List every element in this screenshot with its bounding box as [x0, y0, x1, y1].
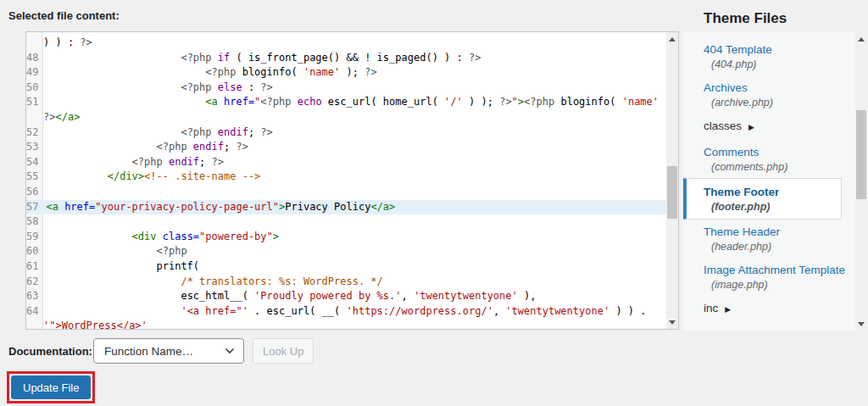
code-line: 53 <?php endif; ?>: [26, 140, 666, 155]
theme-file-label: Comments: [704, 145, 759, 160]
selected-file-content-label: Selected file content:: [8, 9, 120, 22]
editor-scrollbar[interactable]: [666, 32, 678, 329]
scroll-up-arrow[interactable]: [666, 33, 678, 45]
theme-file-item[interactable]: Image Attachment Template(image.php): [683, 258, 855, 296]
line-number: 50: [26, 81, 42, 96]
line-number: 49: [26, 65, 42, 81]
code-line: 55 </div><!-- .site-name -->: [26, 170, 666, 185]
theme-file-filename: (archive.php): [704, 96, 855, 109]
code-text: [42, 214, 666, 230]
theme-file-label: Image Attachment Template: [704, 263, 845, 278]
code-text: </div><!-- .site-name -->: [42, 170, 666, 185]
theme-file-item[interactable]: Comments(comments.php): [683, 140, 855, 178]
theme-file-item[interactable]: Theme Footer(footer.php): [683, 178, 842, 220]
theme-file-label: Archives: [704, 81, 748, 96]
code-text: esc_html__( 'Proudly powered by %s.', 't…: [42, 289, 666, 304]
code-line: 49 <?php bloginfo( 'name' ); ?>: [26, 65, 666, 81]
code-line: ?></a>: [26, 110, 666, 125]
code-text: <?php endif; ?>: [42, 125, 666, 141]
code-line: 56: [26, 185, 666, 200]
folder-expand-icon: ▶: [725, 305, 731, 314]
line-number: 48: [26, 51, 42, 66]
line-number: 51: [26, 95, 42, 110]
code-line: 57<a href="your-privacy-policy-page-url"…: [26, 200, 666, 215]
code-line: 60 <?php: [26, 244, 666, 259]
code-text: <a href="<?php echo esc_url( home_url( '…: [42, 95, 666, 110]
code-line: 54 <?php endif; ?>: [26, 155, 666, 170]
code-line: 50 <?php else : ?>: [26, 81, 666, 96]
scroll-up-arrow[interactable]: [855, 33, 867, 45]
code-text: <?php endif; ?>: [42, 140, 666, 155]
line-number: [26, 319, 40, 330]
code-editor[interactable]: ) ) : ?>48 <?php if ( is_front_page() &&…: [25, 31, 679, 330]
code-line: 48 <?php if ( is_front_page() && ! is_pa…: [26, 51, 666, 66]
line-number: 55: [26, 170, 42, 185]
theme-folder-item[interactable]: classes▶: [683, 114, 855, 140]
line-number: [26, 110, 40, 125]
theme-file-filename: (header.php): [704, 240, 855, 253]
code-text: <a href="your-privacy-policy-page-url">P…: [42, 200, 666, 215]
code-text: printf(: [42, 259, 666, 275]
code-text: <?php if ( is_front_page() && ! is_paged…: [42, 51, 666, 66]
documentation-label: Documentation:: [8, 345, 92, 358]
line-number: 52: [26, 125, 42, 141]
code-line: 52 <?php endif; ?>: [26, 125, 666, 141]
documentation-select[interactable]: Function Name…: [93, 338, 244, 364]
look-up-button[interactable]: Look Up: [253, 338, 314, 364]
code-line: 61 printf(: [26, 259, 666, 275]
line-number: 62: [26, 275, 42, 290]
theme-file-filename: (comments.php): [704, 160, 855, 174]
theme-file-filename: (image.php): [704, 278, 855, 292]
theme-file-label: 404 Template: [704, 42, 772, 58]
line-number: [26, 36, 40, 51]
theme-file-label: Theme Footer: [704, 185, 779, 200]
sidebar-scrollbar-thumb[interactable]: [856, 110, 866, 199]
code-lines-container[interactable]: ) ) : ?>48 <?php if ( is_front_page() &&…: [26, 36, 666, 330]
theme-files-list: 404 Template(404.php)Archives(archive.ph…: [683, 32, 867, 331]
line-number: 59: [26, 230, 42, 245]
theme-files-title: Theme Files: [704, 10, 787, 27]
line-number: 60: [26, 244, 42, 259]
code-text: /* translators: %s: WordPress. */: [42, 275, 666, 290]
code-text: '<a href="' . esc_url( __( 'https://word…: [42, 304, 666, 320]
code-line: 59 <div class="powered-by">: [26, 230, 666, 245]
update-file-button[interactable]: Update File: [11, 375, 91, 399]
theme-file-filename: (404.php): [704, 58, 855, 71]
code-text: <?php else : ?>: [42, 81, 666, 96]
line-number: 54: [26, 155, 42, 170]
line-number: 61: [26, 259, 42, 275]
theme-file-label: inc: [704, 301, 718, 316]
editor-scrollbar-thumb[interactable]: [667, 166, 677, 219]
scroll-down-arrow[interactable]: [666, 316, 678, 328]
theme-folder-item[interactable]: inc▶: [683, 296, 855, 322]
theme-file-item[interactable]: Theme Header(header.php): [683, 220, 855, 258]
theme-file-filename: (footer.php): [704, 200, 841, 214]
theme-file-item[interactable]: Archives(archive.php): [683, 75, 855, 114]
code-text: <?php bloginfo( 'name' ); ?>: [42, 65, 666, 81]
code-text: ) ) : ?>: [40, 36, 666, 51]
code-text: ?></a>: [40, 110, 666, 125]
theme-file-label: Main Index Template: [704, 327, 809, 331]
folder-expand-icon: ▶: [748, 123, 754, 131]
theme-files-items: 404 Template(404.php)Archives(archive.ph…: [683, 32, 855, 331]
documentation-select-value: Function Name…: [104, 345, 225, 358]
code-line: 64 '<a href="' . esc_url( __( 'https://w…: [26, 304, 666, 320]
code-text: <div class="powered-by">: [42, 230, 666, 245]
sidebar-scrollbar[interactable]: [855, 32, 867, 331]
theme-file-item[interactable]: 404 Template(404.php): [683, 37, 855, 75]
scroll-down-arrow[interactable]: [855, 318, 867, 330]
code-text: <?php: [42, 244, 666, 259]
line-number: 53: [26, 140, 42, 155]
line-number: 58: [26, 214, 42, 230]
code-line: 62 /* translators: %s: WordPress. */: [26, 275, 666, 290]
theme-file-label: classes: [704, 119, 742, 134]
code-line: '">WordPress</a>': [26, 319, 666, 330]
code-text: <?php endif; ?>: [42, 155, 666, 170]
line-number: 63: [26, 289, 42, 304]
line-number: 56: [26, 185, 42, 200]
chevron-down-icon: [225, 348, 235, 354]
theme-file-item[interactable]: Main Index Template: [683, 322, 855, 331]
code-line: 51 <a href="<?php echo esc_url( home_url…: [26, 95, 666, 110]
line-number: 57: [26, 200, 42, 215]
code-line: 58: [26, 214, 666, 230]
